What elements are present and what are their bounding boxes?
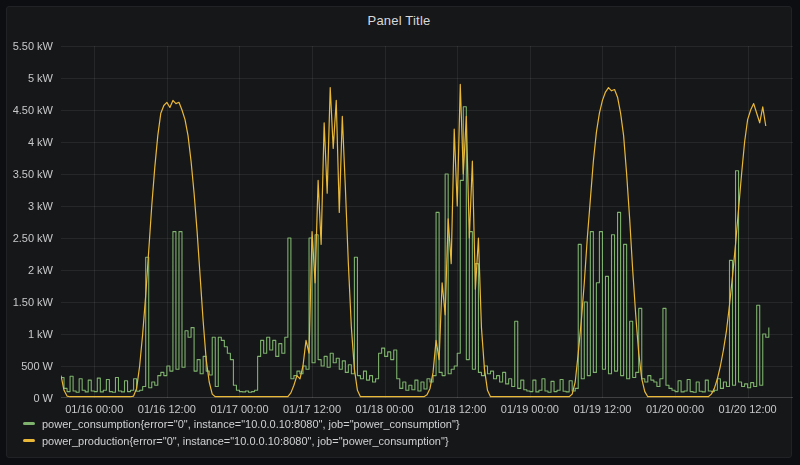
x-axis-label: 01/20 12:00 [708, 402, 788, 416]
y-axis-label: 5 kW [7, 71, 53, 85]
y-axis-label: 0 W [7, 391, 53, 405]
x-axis-label: 01/19 00:00 [490, 402, 570, 416]
legend-item-power_production[interactable]: power_production{error="0", instance="10… [23, 433, 460, 448]
legend-item-power_consumption[interactable]: power_consumption{error="0", instance="1… [23, 416, 460, 431]
legend: power_consumption{error="0", instance="1… [23, 416, 460, 448]
x-axis-label: 01/20 00:00 [635, 402, 715, 416]
x-axis-label: 01/16 00:00 [54, 402, 134, 416]
chart-canvas[interactable] [61, 46, 793, 399]
y-axis-label: 500 W [7, 359, 53, 373]
legend-label: power_consumption{error="0", instance="1… [42, 418, 460, 430]
y-axis-label: 1.50 kW [7, 295, 53, 309]
y-axis-label: 4.50 kW [7, 103, 53, 117]
y-axis-label: 3.50 kW [7, 167, 53, 181]
legend-color-icon [23, 439, 35, 442]
panel-header: Panel Title [7, 7, 791, 33]
x-axis-label: 01/17 12:00 [272, 402, 352, 416]
panel-title[interactable]: Panel Title [368, 13, 431, 28]
legend-color-icon [23, 422, 35, 425]
x-axis-label: 01/18 00:00 [345, 402, 425, 416]
y-axis-label: 5.50 kW [7, 39, 53, 53]
x-axis-label: 01/18 12:00 [417, 402, 497, 416]
legend-label: power_production{error="0", instance="10… [42, 435, 449, 447]
dashboard-background: Panel Title 0 W500 W1 kW1.50 kW2 kW2.50 … [0, 0, 800, 465]
x-axis-label: 01/19 12:00 [562, 402, 642, 416]
y-axis-label: 3 kW [7, 199, 53, 213]
y-axis-label: 2 kW [7, 263, 53, 277]
x-axis-label: 01/16 12:00 [127, 402, 207, 416]
graph-panel: Panel Title 0 W500 W1 kW1.50 kW2 kW2.50 … [6, 6, 792, 458]
x-axis-label: 01/17 00:00 [199, 402, 279, 416]
y-axis-label: 4 kW [7, 135, 53, 149]
y-axis-label: 1 kW [7, 327, 53, 341]
y-axis-label: 2.50 kW [7, 231, 53, 245]
